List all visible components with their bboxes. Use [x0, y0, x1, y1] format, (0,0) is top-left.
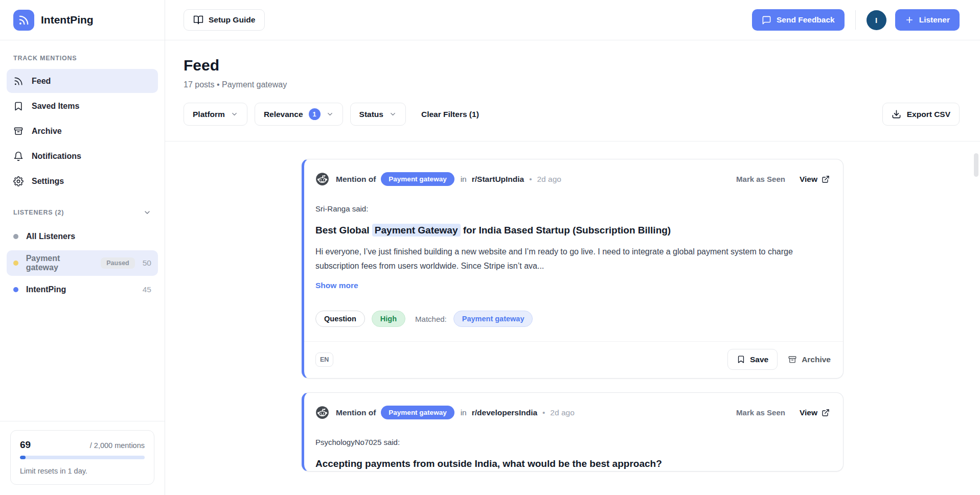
listener-pill[interactable]: Payment gateway [381, 172, 454, 186]
sidebar-item-saved-items[interactable]: Saved Items [7, 94, 158, 118]
setup-guide-button[interactable]: Setup Guide [184, 9, 265, 31]
mention-of-label: Mention of [336, 408, 376, 417]
show-more-link[interactable]: Show more [315, 281, 358, 290]
listener-dot [13, 287, 18, 292]
mark-as-seen-button[interactable]: Mark as Seen [736, 175, 785, 183]
relevance-filter-dropdown[interactable]: Relevance 1 [255, 103, 343, 126]
usage-card: 69 / 2,000 mentions Limit resets in 1 da… [10, 430, 154, 485]
mention-card-body: PsychologyNo7025 said: Accepting payment… [304, 419, 843, 471]
listener-count: 45 [143, 285, 151, 294]
bell-icon [13, 151, 24, 161]
book-open-icon [193, 15, 203, 25]
in-label: in [461, 175, 467, 184]
page-title: Feed [184, 57, 962, 74]
keyword-highlight: Payment Gateway [372, 224, 461, 237]
mark-as-seen-button[interactable]: Mark as Seen [736, 408, 785, 417]
matched-keyword-pill[interactable]: Payment gateway [453, 311, 533, 327]
save-button[interactable]: Save [727, 349, 778, 370]
content-area: Feed 17 posts • Payment gateway Platform… [165, 40, 980, 495]
post-excerpt: Hi everyone, I’ve just finished building… [315, 245, 827, 274]
listener-label: IntentPing [26, 285, 66, 294]
page-subtitle: 17 posts • Payment gateway [184, 80, 962, 89]
sidebar-nav: TRACK MENTIONS Feed Saved Items Archive … [0, 40, 165, 421]
usage-progress-bar [20, 456, 145, 459]
mention-card-body: Sri-Ranga said: Best Global Payment Gate… [304, 186, 843, 327]
view-link[interactable]: View [800, 175, 830, 184]
brand-header: IntentPing [0, 0, 165, 40]
usage-progress-fill [20, 456, 26, 459]
export-csv-button[interactable]: Export CSV [882, 103, 960, 126]
gear-icon [13, 176, 24, 186]
listener-item-all[interactable]: All Listeners [7, 224, 158, 249]
post-title: Best Global Payment Gateway for India Ba… [315, 223, 830, 238]
mention-card-footer: EN Save Archive [304, 341, 843, 378]
rss-icon [13, 76, 24, 86]
reddit-icon [315, 406, 329, 419]
add-listener-button[interactable]: Listener [895, 9, 960, 31]
usage-reset-note: Limit resets in 1 day. [20, 467, 145, 475]
main-area: Setup Guide Send Feedback I Listener Fee… [165, 0, 980, 495]
listener-item-intentping[interactable]: IntentPing 45 [7, 277, 158, 302]
post-title: Accepting payments from outside India, w… [315, 457, 830, 471]
mention-feed: Mention of Payment gateway in r/StartUpI… [165, 142, 980, 472]
chevron-down-icon [326, 110, 334, 118]
external-link-icon [822, 409, 830, 417]
user-avatar[interactable]: I [867, 10, 886, 30]
sidebar-item-archive[interactable]: Archive [7, 119, 158, 143]
bookmark-icon [13, 101, 24, 111]
clear-filters-link[interactable]: Clear Filters (1) [421, 110, 479, 119]
mention-card-header: Mention of Payment gateway in r/develope… [304, 393, 843, 419]
send-feedback-button[interactable]: Send Feedback [752, 9, 845, 31]
sidebar-item-label: Notifications [32, 152, 81, 161]
tags-row: Question High Matched: Payment gateway [315, 311, 830, 327]
timestamp: 2d ago [550, 408, 574, 417]
filter-bar: Platform Relevance 1 Status Clear Filter… [165, 92, 980, 142]
sidebar-item-feed[interactable]: Feed [7, 69, 158, 93]
archive-button[interactable]: Archive [788, 355, 831, 364]
listeners-heading[interactable]: LISTENERS (2) [0, 194, 165, 223]
sidebar-item-label: Settings [32, 177, 64, 186]
subreddit-link[interactable]: r/developersIndia [472, 408, 537, 417]
author-line: Sri-Ranga said: [315, 204, 830, 213]
listener-label: All Listeners [26, 232, 75, 241]
chevron-down-icon [231, 110, 238, 118]
author-line: PsychologyNo7025 said: [315, 438, 830, 446]
listener-item-payment-gateway[interactable]: Payment gateway Paused 50 [7, 250, 158, 276]
bookmark-icon [737, 355, 745, 364]
plus-icon [905, 15, 914, 25]
external-link-icon [822, 175, 830, 183]
mention-of-label: Mention of [336, 175, 376, 184]
subreddit-link[interactable]: r/StartUpIndia [472, 175, 524, 184]
usage-quota: / 2,000 mentions [90, 441, 145, 450]
sidebar-item-notifications[interactable]: Notifications [7, 144, 158, 168]
sidebar-item-label: Saved Items [32, 102, 79, 111]
listener-pill[interactable]: Payment gateway [381, 406, 454, 419]
timestamp: 2d ago [537, 175, 561, 184]
sidebar-item-settings[interactable]: Settings [7, 169, 158, 193]
view-link[interactable]: View [800, 408, 830, 417]
matched-label: Matched: [415, 315, 447, 323]
rss-logo-icon [13, 10, 34, 31]
sidebar: IntentPing TRACK MENTIONS Feed Saved Ite… [0, 0, 165, 495]
chevron-down-icon [389, 110, 397, 118]
platform-filter-dropdown[interactable]: Platform [184, 103, 247, 126]
status-filter-dropdown[interactable]: Status [350, 103, 406, 126]
relevance-count-badge: 1 [309, 108, 321, 120]
sidebar-item-label: Feed [32, 77, 51, 86]
chevron-down-icon[interactable] [143, 208, 151, 217]
listener-count: 50 [143, 258, 151, 268]
in-label: in [461, 408, 467, 417]
post-type-tag[interactable]: Question [315, 311, 365, 327]
sidebar-item-label: Archive [32, 127, 62, 136]
scrollbar-thumb[interactable] [974, 153, 978, 177]
usage-used-count: 69 [20, 439, 31, 451]
mention-card: Mention of Payment gateway in r/develope… [302, 392, 844, 472]
topbar: Setup Guide Send Feedback I Listener [165, 0, 980, 40]
brand-name: IntentPing [41, 14, 94, 26]
listener-dot [13, 234, 18, 239]
listener-label: Payment gateway [26, 254, 93, 272]
listener-dot [13, 261, 18, 266]
download-icon [892, 109, 901, 119]
usage-footer: 69 / 2,000 mentions Limit resets in 1 da… [0, 421, 165, 495]
topbar-divider [855, 10, 856, 30]
